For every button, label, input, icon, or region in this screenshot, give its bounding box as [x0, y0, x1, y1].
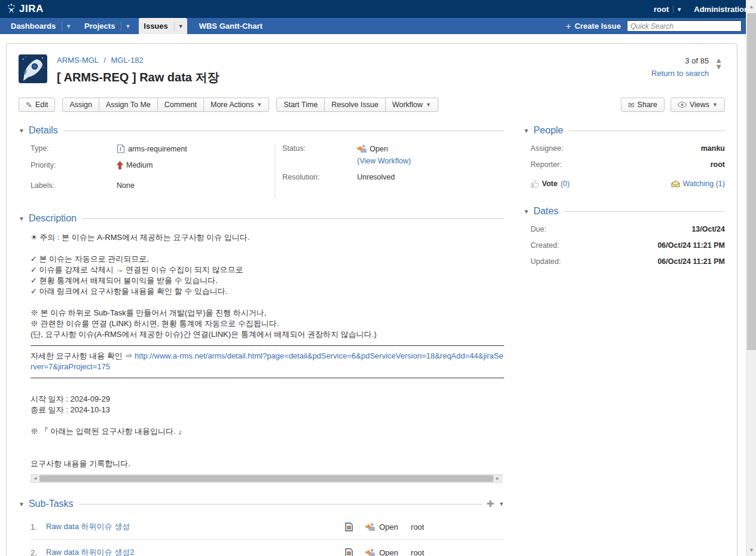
description-line: 자세한 요구사항 내용 확인 ⇒ http://www.a-rms.net/ar…: [31, 351, 504, 372]
status-open-icon: [365, 522, 375, 531]
app-header-bar: JIRA root ▾ Administration: [0, 0, 756, 18]
nav-dashboards: Dashboards ▼: [6, 18, 75, 34]
collapse-icon[interactable]: ▼: [523, 127, 529, 134]
user-menu[interactable]: root ▾: [654, 5, 681, 14]
nav-projects: Projects ▼: [80, 18, 134, 34]
next-issue-icon[interactable]: ▼: [715, 63, 723, 70]
chevron-down-icon: ▼: [426, 102, 431, 108]
watching-link[interactable]: Watching (1): [671, 180, 725, 188]
type-label: Type:: [31, 144, 117, 153]
assignee-label: Assignee:: [531, 144, 598, 153]
description-line: [31, 448, 504, 458]
description-line: [31, 297, 504, 308]
scroll-down-icon[interactable]: ▼: [746, 545, 756, 555]
nav-issues: Issues ▼: [139, 18, 187, 34]
chevron-down-icon[interactable]: ▼: [499, 501, 504, 507]
jira-logo[interactable]: JIRA: [6, 3, 44, 15]
add-subtask-icon[interactable]: ✚: [487, 499, 495, 509]
chevron-down-icon[interactable]: ▼: [62, 22, 75, 31]
nav-wbs-gantt-link[interactable]: WBS Gantt-Chart: [194, 22, 267, 31]
subtask-number: 1.: [31, 522, 46, 531]
assign-button[interactable]: Assign: [62, 98, 99, 112]
administration-link[interactable]: Administration: [694, 5, 749, 14]
more-actions-button[interactable]: More Actions ▼: [204, 98, 269, 112]
quick-search-input[interactable]: [627, 20, 742, 32]
breadcrumb-project-link[interactable]: ARMS-MGL: [57, 56, 99, 65]
breadcrumb-separator: /: [103, 56, 106, 65]
issue-pager: 3 of 85 Return to search ▲ ▼: [651, 54, 723, 86]
due-label: Due:: [531, 225, 598, 233]
type-value: I arms-requirement: [117, 144, 187, 153]
return-to-search-link[interactable]: Return to search: [651, 69, 709, 78]
subtask-row: 2.Raw data 하위이슈 생성2Openroot: [31, 540, 504, 556]
description-line: [31, 383, 504, 394]
details-heading: Details: [29, 125, 58, 136]
priority-medium-icon: [117, 161, 123, 169]
collapse-icon[interactable]: ▼: [19, 127, 25, 134]
subtask-row: 1.Raw data 하위이슈 생성Openroot: [31, 514, 504, 540]
views-button[interactable]: Views ▼: [670, 98, 725, 112]
project-avatar[interactable]: [19, 54, 47, 83]
vertical-scrollbar[interactable]: ▲ ▼: [746, 0, 756, 556]
description-line: ✓ 현황 통계에서 배제되어 불이익을 받을 수 있습니다.: [31, 275, 504, 286]
issue-toolbar: ✎ Edit Assign Assign To Me Comment More …: [19, 98, 725, 112]
nav-issues-link[interactable]: Issues: [139, 22, 172, 31]
scroll-right-icon[interactable]: ►: [493, 475, 502, 482]
subtask-title-link[interactable]: Raw data 하위이슈 생성2: [46, 547, 345, 556]
resolve-issue-button[interactable]: Resolve Issue: [325, 98, 386, 112]
chevron-down-icon: ▼: [712, 102, 718, 108]
scroll-left-icon[interactable]: ◄: [31, 475, 39, 482]
labels-label: Labels:: [31, 181, 117, 190]
watch-icon: [671, 180, 680, 187]
status-open-icon: [357, 144, 367, 153]
dash-separator: ————————————————————————————————————————…: [31, 340, 504, 351]
status-value: Open (View Workflow): [357, 144, 411, 165]
view-workflow-link[interactable]: (View Workflow): [357, 157, 411, 165]
workflow-button[interactable]: Workflow ▼: [386, 98, 438, 112]
requirement-detail-link[interactable]: http://www.a-rms.net/arms/detail.html?pa…: [31, 351, 503, 371]
comment-button[interactable]: Comment: [158, 98, 204, 112]
description-line: 요구사항 내용을 기록합니다.: [31, 458, 504, 469]
description-line: [31, 243, 504, 254]
chevron-down-icon[interactable]: ▼: [174, 22, 187, 31]
vote-link[interactable]: Vote (0): [531, 180, 569, 188]
description-line: ✓ 아래 링크에서 요구사항을 내용을 확인 할 수 있습니다.: [31, 286, 504, 297]
priority-label: Priority:: [31, 161, 117, 169]
breadcrumb-issue-link[interactable]: MGL-182: [111, 56, 143, 65]
chevron-down-icon[interactable]: ▼: [121, 22, 134, 31]
vote-count[interactable]: (0): [560, 180, 569, 188]
subtasks-heading: Sub-Tasks: [29, 499, 74, 509]
details-module: ▼ Details Type: I arms-requirement: [19, 125, 504, 198]
envelope-icon: ✉: [628, 101, 635, 110]
priority-value: Medium: [117, 161, 153, 169]
description-horizontal-scrollbar[interactable]: ◄ ►: [31, 474, 502, 483]
nav-wbs-gantt: WBS Gantt-Chart: [194, 18, 267, 34]
create-issue-label: Create Issue: [575, 22, 621, 31]
updated-value: 06/Oct/24 11:21 PM: [598, 257, 725, 266]
labels-value: None: [117, 181, 135, 190]
start-time-button[interactable]: Start Time: [276, 98, 325, 112]
collapse-icon[interactable]: ▼: [19, 501, 25, 508]
share-button[interactable]: ✉ Share: [621, 98, 664, 112]
issue-header-text: ARMS-MGL / MGL-182 [ ARMS-REQ ] Raw data…: [57, 54, 220, 86]
created-value: 06/Oct/24 11:21 PM: [598, 241, 725, 250]
create-issue-button[interactable]: + Create Issue: [566, 22, 621, 31]
edit-button[interactable]: ✎ Edit: [19, 98, 55, 112]
issue-panel: ARMS-MGL / MGL-182 [ ARMS-REQ ] Raw data…: [6, 43, 737, 556]
collapse-icon[interactable]: ▼: [19, 215, 25, 222]
subtask-title-link[interactable]: Raw data 하위이슈 생성: [46, 521, 345, 532]
nav-right: + Create Issue: [566, 18, 756, 34]
scroll-up-icon[interactable]: ▲: [746, 1, 756, 11]
description-line: 종료 일자 : 2024-10-13: [31, 405, 504, 415]
scrollbar-thumb[interactable]: [39, 475, 493, 482]
description-line: ※ 관련한 이슈를 연결 (LINK) 하시면, 현황 통계에 자동으로 수집됩…: [31, 318, 504, 329]
nav-dashboards-link[interactable]: Dashboards: [6, 22, 60, 31]
jira-charlie-icon: [6, 4, 17, 14]
svg-text:I: I: [120, 147, 121, 152]
subtask-number: 2.: [31, 548, 46, 556]
scrollbar-thumb[interactable]: [747, 13, 756, 350]
collapse-icon[interactable]: ▼: [523, 208, 529, 215]
assign-to-me-button[interactable]: Assign To Me: [99, 98, 158, 112]
nav-projects-link[interactable]: Projects: [80, 22, 120, 31]
eye-icon: [678, 102, 687, 108]
